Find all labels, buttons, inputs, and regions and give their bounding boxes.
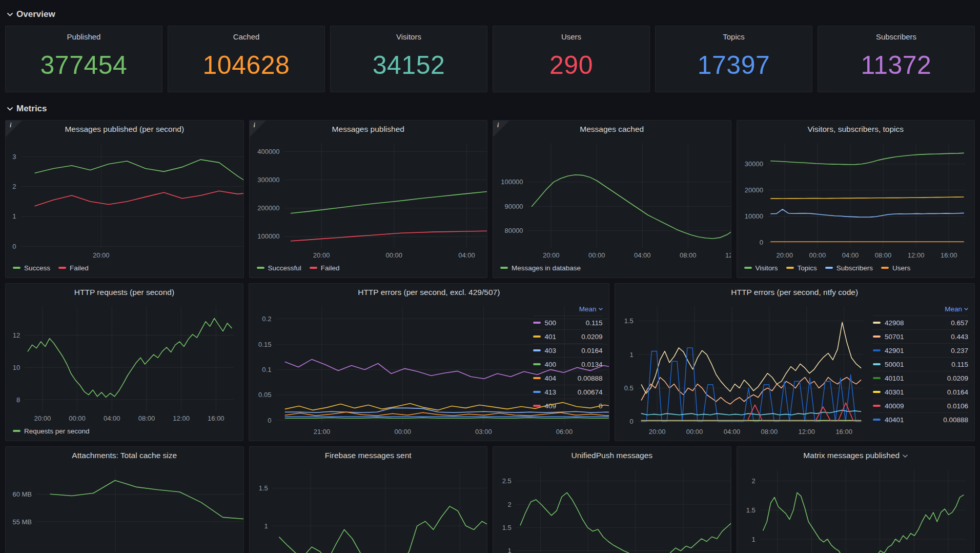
panel-title[interactable]: Messages published (per second): [6, 121, 243, 138]
legend-item-requests-per-second[interactable]: Requests per second: [13, 427, 90, 435]
legend-swatch: [13, 430, 21, 432]
chart-area[interactable]: 00.050.10.150.221:0000:0003:0006:0009:00…: [253, 301, 528, 438]
legend-item-success[interactable]: Success: [13, 264, 50, 272]
section-title: Metrics: [16, 104, 47, 114]
panel-title[interactable]: Messages cached: [493, 121, 731, 138]
legend-row-40101[interactable]: 401010.0209: [873, 371, 968, 385]
panel-title[interactable]: Matrix messages published: [737, 447, 975, 464]
chart-col: 012320:0000:0004:0008:0012:0016:00Succes…: [10, 138, 239, 274]
panel-messages-cached: iMessages cached800009000010000020:0000:…: [493, 120, 731, 278]
chart[interactable]: 8101220:0000:0004:0008:0012:0016:00: [10, 301, 239, 424]
legend-row-50701[interactable]: 507010.443: [873, 329, 968, 343]
legend-swatch: [13, 267, 21, 269]
series-403: [285, 408, 609, 412]
legend: SuccessFailed: [10, 261, 239, 274]
panel-row: HTTP requests (per second)8101220:0000:0…: [5, 283, 975, 441]
panel-title[interactable]: HTTP errors (per second, excl. 429/507): [249, 284, 609, 301]
chart[interactable]: 010000200003000020:0000:0004:0008:0012:0…: [741, 138, 971, 261]
legend-row-50001[interactable]: 500010.115: [873, 357, 968, 371]
legend-row-40009[interactable]: 400090.0106: [873, 399, 968, 412]
legend-item-topics[interactable]: Topics: [786, 264, 817, 272]
y-axis-label: 300000: [257, 176, 279, 184]
legend-item-successful[interactable]: Successful: [257, 264, 301, 272]
panel-title[interactable]: UnifiedPush messages: [493, 447, 731, 464]
panel-title[interactable]: Messages published: [250, 121, 487, 138]
x-axis-label: 08:00: [761, 428, 778, 436]
y-axis-label: 200000: [257, 204, 279, 212]
chart-area[interactable]: 012320:0000:0004:0008:0012:0016:00: [10, 138, 239, 261]
panel-title[interactable]: Visitors, subscribers, topics: [737, 121, 975, 138]
panel-title[interactable]: Firebase messages sent: [250, 447, 487, 464]
legend-item-users[interactable]: Users: [881, 264, 910, 272]
x-axis-label: 03:00: [475, 428, 492, 436]
x-axis-label: 12:00: [798, 428, 815, 436]
y-axis-label: 1: [12, 212, 16, 220]
chart[interactable]: 00.511.520:0000:0004:0008:0012:0016:00: [619, 301, 868, 438]
legend-item-failed[interactable]: Failed: [310, 264, 340, 272]
panel-title-text: HTTP errors (per second, excl. 429/507): [358, 288, 500, 297]
y-axis-label: 3: [12, 153, 16, 161]
panel-title[interactable]: HTTP requests (per second): [6, 284, 243, 301]
x-axis-label: 00:00: [69, 414, 86, 422]
section-header-metrics[interactable]: Metrics: [5, 97, 975, 120]
chart-area[interactable]: 11.5220:0000:0004:0008:0012:0016:00: [741, 464, 971, 553]
legend-label: Users: [892, 264, 910, 272]
stat-value: 377454: [40, 38, 128, 92]
x-axis-label: 16:00: [208, 414, 224, 422]
legend-mean-value: 0.443: [951, 333, 968, 341]
legend-label: 40009: [885, 402, 943, 410]
chart-area[interactable]: 55 MB60 MB20:0000:0004:0008:0012:0016:00: [10, 464, 239, 553]
panel-title-text: Attachments: Total cache size: [72, 451, 177, 460]
chart-area[interactable]: 11.522.520:0000:0004:0008:0012:0016:00: [497, 464, 727, 553]
legend-swatch: [873, 405, 881, 407]
legend-row-40301[interactable]: 403010.0164: [873, 385, 968, 399]
chart[interactable]: 11.522.520:0000:0004:0008:0012:0016:00: [497, 464, 731, 553]
series-topics: [770, 197, 963, 199]
legend-item-failed[interactable]: Failed: [58, 264, 89, 272]
y-axis-label: 1.5: [502, 524, 512, 531]
legend-row-42908[interactable]: 429080.657: [873, 315, 968, 329]
legend-mean-value: 0.00888: [943, 416, 968, 424]
chart-area[interactable]: 10000020000030000040000020:0000:0004:000…: [254, 138, 483, 261]
panel-body: 010000200003000020:0000:0004:0008:0012:0…: [741, 138, 971, 274]
panel-body: 012320:0000:0004:0008:0012:0016:00Succes…: [10, 138, 239, 274]
chevron-down-icon: [903, 455, 908, 458]
legend-swatch: [310, 267, 317, 269]
chart[interactable]: 0.511.520:0000:0004:0008:0012:0016:00: [254, 464, 488, 553]
x-axis-label: 04:00: [842, 251, 859, 259]
chart-col: 010000200003000020:0000:0004:0008:0012:0…: [741, 138, 971, 274]
chart[interactable]: 55 MB60 MB20:0000:0004:0008:0012:0016:00: [10, 464, 244, 553]
legend-row-42901[interactable]: 429010.237: [873, 343, 968, 357]
legend-table: Mean429080.657507010.443429010.237500010…: [868, 301, 970, 438]
y-axis-label: 1: [264, 522, 268, 530]
panel-title[interactable]: Attachments: Total cache size: [6, 447, 243, 464]
legend-swatch: [881, 267, 889, 269]
chart[interactable]: 11.5220:0000:0004:0008:0012:0016:00: [741, 464, 971, 553]
legend-item-messages-in-database[interactable]: Messages in database: [500, 264, 581, 272]
chart[interactable]: 00.050.10.150.221:0000:0003:0006:0009:00…: [253, 301, 609, 438]
stat-panel-cached: Cached104628: [168, 26, 325, 92]
chart-area[interactable]: 0.511.520:0000:0004:0008:0012:0016:00: [254, 464, 483, 553]
section-header-overview[interactable]: Overview: [5, 3, 975, 26]
x-axis-label: 00:00: [394, 428, 411, 436]
chart-area[interactable]: 8101220:0000:0004:0008:0012:0016:00: [10, 301, 239, 424]
mean-sort-header[interactable]: Mean: [873, 302, 968, 315]
y-axis-label: 10000: [744, 212, 763, 220]
legend-row-40401[interactable]: 404010.00888: [873, 412, 968, 426]
legend-label: 50701: [885, 333, 947, 341]
chart-area[interactable]: 800009000010000020:0000:0004:0008:0012:0…: [497, 138, 727, 261]
stat-panel-visitors: Visitors34152: [330, 26, 487, 92]
chart[interactable]: 10000020000030000040000020:0000:0004:000…: [254, 138, 488, 261]
legend-item-subscribers[interactable]: Subscribers: [825, 264, 873, 272]
x-axis-label: 04:00: [458, 251, 475, 259]
legend: VisitorsTopicsSubscribersUsers: [741, 261, 971, 274]
chart-area[interactable]: 010000200003000020:0000:0004:0008:0012:0…: [741, 138, 971, 261]
chart[interactable]: 800009000010000020:0000:0004:0008:0012:0…: [497, 138, 731, 261]
legend: Requests per second: [10, 424, 239, 438]
chart[interactable]: 012320:0000:0004:0008:0012:0016:00: [10, 138, 244, 261]
chart-area[interactable]: 00.511.520:0000:0004:0008:0012:0016:00: [619, 301, 868, 438]
panel-title[interactable]: HTTP errors (per second, ntfy code): [615, 284, 975, 301]
legend-label: Requests per second: [24, 427, 90, 435]
panel-firebase-messages-sent: Firebase messages sent0.511.520:0000:000…: [249, 446, 488, 553]
legend-item-visitors[interactable]: Visitors: [744, 264, 778, 272]
